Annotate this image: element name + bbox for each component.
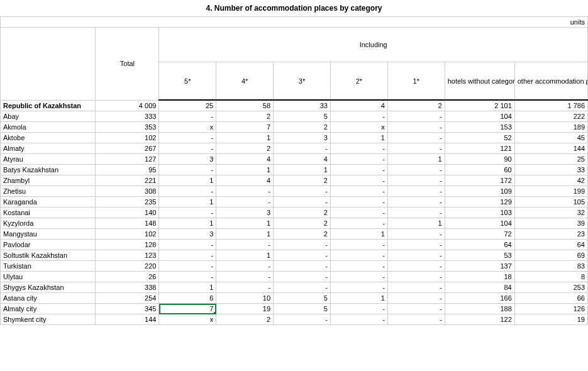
cell-s5[interactable]: - <box>159 186 216 197</box>
cell-s2[interactable]: - <box>330 197 387 208</box>
cell-total[interactable]: 102 <box>96 133 159 143</box>
cell-s2[interactable]: - <box>330 208 387 218</box>
cell-s2[interactable]: - <box>330 111 387 122</box>
cell-total[interactable]: 95 <box>96 165 159 175</box>
cell-hw[interactable]: 60 <box>445 165 514 175</box>
cell-s5[interactable]: x <box>159 122 216 133</box>
cell-s5[interactable]: 7 <box>159 304 216 314</box>
cell-s2[interactable]: 1 <box>330 293 387 304</box>
cell-total[interactable]: 26 <box>96 272 159 282</box>
row-name[interactable]: Almaty city <box>1 304 96 314</box>
cell-s2[interactable]: 1 <box>330 133 387 143</box>
cell-hw[interactable]: 153 <box>445 122 514 133</box>
cell-other[interactable]: 23 <box>514 229 587 240</box>
row-name[interactable]: Akmola <box>1 122 96 133</box>
cell-hw[interactable]: 172 <box>445 175 514 186</box>
cell-s3[interactable]: 1 <box>274 165 331 175</box>
cell-s1[interactable]: 1 <box>387 154 445 165</box>
cell-s3[interactable]: - <box>274 282 331 293</box>
cell-other[interactable]: 253 <box>514 282 587 293</box>
row-name[interactable]: Shygys Kazakhstan <box>1 282 96 293</box>
cell-s1[interactable]: - <box>387 143 445 154</box>
cell-hw[interactable]: 2 101 <box>445 100 514 111</box>
cell-s5[interactable]: - <box>159 111 216 122</box>
cell-s4[interactable]: - <box>216 197 274 208</box>
cell-other[interactable]: 105 <box>514 197 587 208</box>
cell-s4[interactable]: 58 <box>216 100 274 111</box>
cell-total[interactable]: 140 <box>96 208 159 218</box>
cell-s4[interactable]: 1 <box>216 229 274 240</box>
row-name[interactable]: Karaganda <box>1 197 96 208</box>
cell-s2[interactable]: - <box>330 154 387 165</box>
cell-s2[interactable]: - <box>330 186 387 197</box>
cell-s4[interactable]: - <box>216 261 274 272</box>
cell-s5[interactable]: 1 <box>159 282 216 293</box>
cell-s3[interactable]: 2 <box>274 229 331 240</box>
cell-hw[interactable]: 166 <box>445 293 514 304</box>
cell-other[interactable]: 199 <box>514 186 587 197</box>
cell-s4[interactable]: 4 <box>216 175 274 186</box>
cell-total[interactable]: 353 <box>96 122 159 133</box>
cell-s1[interactable]: - <box>387 240 445 250</box>
cell-total[interactable]: 333 <box>96 111 159 122</box>
cell-s5[interactable]: 6 <box>159 293 216 304</box>
cell-s1[interactable]: - <box>387 261 445 272</box>
cell-s3[interactable]: - <box>274 314 331 325</box>
row-name[interactable]: Pavlodar <box>1 240 96 250</box>
row-name[interactable]: Aktobe <box>1 133 96 143</box>
cell-hw[interactable]: 90 <box>445 154 514 165</box>
cell-hw[interactable]: 72 <box>445 229 514 240</box>
cell-hw[interactable]: 129 <box>445 197 514 208</box>
cell-hw[interactable]: 18 <box>445 272 514 282</box>
cell-hw[interactable]: 109 <box>445 186 514 197</box>
cell-s1[interactable]: - <box>387 197 445 208</box>
cell-s3[interactable]: 2 <box>274 218 331 229</box>
cell-s3[interactable]: 4 <box>274 154 331 165</box>
row-name[interactable]: Mangystau <box>1 229 96 240</box>
cell-hw[interactable]: 137 <box>445 261 514 272</box>
cell-other[interactable]: 8 <box>514 272 587 282</box>
cell-total[interactable]: 128 <box>96 240 159 250</box>
cell-total[interactable]: 308 <box>96 186 159 197</box>
row-name[interactable]: Ulytau <box>1 272 96 282</box>
cell-s3[interactable]: - <box>274 197 331 208</box>
cell-s4[interactable]: 19 <box>216 304 274 314</box>
cell-s5[interactable]: 1 <box>159 175 216 186</box>
cell-other[interactable]: 144 <box>514 143 587 154</box>
cell-s2[interactable]: - <box>330 250 387 261</box>
row-name[interactable]: Abay <box>1 111 96 122</box>
row-name[interactable]: Zhambyl <box>1 175 96 186</box>
cell-s3[interactable]: 5 <box>274 293 331 304</box>
cell-s4[interactable]: 2 <box>216 143 274 154</box>
cell-other[interactable]: 45 <box>514 133 587 143</box>
cell-other[interactable]: 222 <box>514 111 587 122</box>
cell-s4[interactable]: 3 <box>216 208 274 218</box>
cell-total[interactable]: 220 <box>96 261 159 272</box>
cell-total[interactable]: 345 <box>96 304 159 314</box>
cell-total[interactable]: 127 <box>96 154 159 165</box>
cell-other[interactable]: 1 786 <box>514 100 587 111</box>
cell-s3[interactable]: - <box>274 272 331 282</box>
cell-s5[interactable]: - <box>159 143 216 154</box>
cell-s2[interactable]: - <box>330 175 387 186</box>
cell-hw[interactable]: 52 <box>445 133 514 143</box>
row-name[interactable]: Shymkent city <box>1 314 96 325</box>
cell-s3[interactable]: - <box>274 261 331 272</box>
cell-s1[interactable]: - <box>387 208 445 218</box>
cell-s5[interactable]: - <box>159 208 216 218</box>
row-name[interactable]: Astana city <box>1 293 96 304</box>
cell-s1[interactable]: - <box>387 186 445 197</box>
cell-s5[interactable]: - <box>159 240 216 250</box>
cell-other[interactable]: 83 <box>514 261 587 272</box>
cell-total[interactable]: 235 <box>96 197 159 208</box>
cell-total[interactable]: 123 <box>96 250 159 261</box>
cell-s5[interactable]: 1 <box>159 197 216 208</box>
cell-s1[interactable]: - <box>387 272 445 282</box>
cell-s2[interactable]: - <box>330 165 387 175</box>
cell-s2[interactable]: - <box>330 304 387 314</box>
cell-s4[interactable]: 2 <box>216 111 274 122</box>
cell-s3[interactable]: - <box>274 143 331 154</box>
cell-s1[interactable]: - <box>387 175 445 186</box>
cell-s2[interactable]: - <box>330 272 387 282</box>
cell-total[interactable]: 102 <box>96 229 159 240</box>
